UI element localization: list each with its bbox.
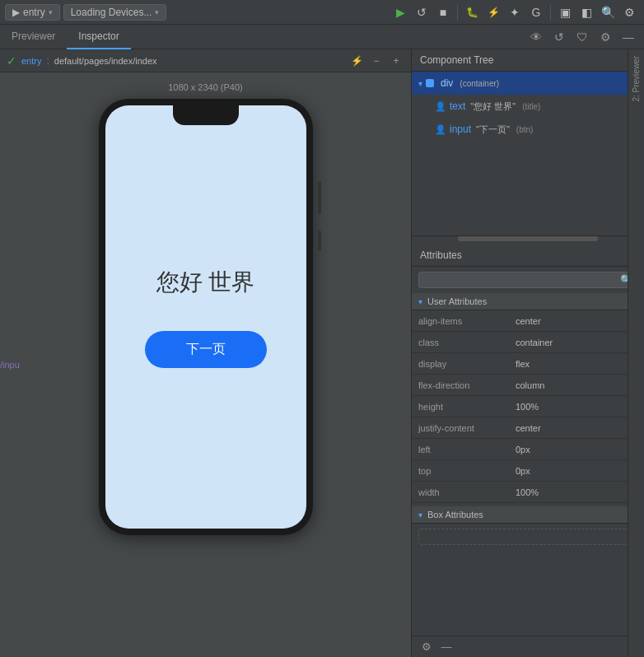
- attr-value-left: 0px: [511, 445, 644, 454]
- run-button[interactable]: ▶: [390, 2, 410, 22]
- tree-expand-icon: ▾: [418, 79, 422, 88]
- left-gutter: /inpu: [0, 359, 20, 370]
- phone-screen: 您好 世界 下一页: [105, 105, 306, 529]
- attr-value-class: container: [511, 338, 644, 347]
- breadcrumb-path: default/pages/index/index: [54, 56, 157, 66]
- sidebar-button[interactable]: ◧: [576, 2, 596, 22]
- attr-val-top-text: 0px: [516, 466, 530, 476]
- attr-key-class: class: [412, 338, 511, 347]
- profile-button[interactable]: ⚡: [483, 2, 503, 22]
- attr-value-align-items[interactable]: center ▾: [511, 316, 644, 326]
- tree-item-type-div: div: [441, 77, 453, 89]
- attributes-header: Attributes ▾: [412, 245, 644, 267]
- attr-val-height-text: 100%: [516, 402, 539, 412]
- search-toolbar-button[interactable]: 🔍: [598, 2, 618, 22]
- toolbar-separator2: [550, 5, 551, 20]
- loading-devices-selector[interactable]: Loading Devices... ▾: [63, 4, 167, 21]
- attr-value-justify-content[interactable]: center ▾: [511, 423, 644, 433]
- attr-val-flex-direction-text: column: [516, 380, 544, 390]
- tree-item-type-text: text: [450, 100, 465, 112]
- phone-mockup: 您好 世界 下一页: [99, 99, 313, 535]
- phone-next-btn[interactable]: 下一页: [145, 331, 267, 368]
- volume-button: [318, 181, 321, 214]
- window-button[interactable]: ▣: [555, 2, 575, 22]
- component-tree-area: ▾ div (container) 👤 text "您好 世界" (title)…: [412, 72, 644, 236]
- toolbar-actions: ▶ ↺ ■ 🐛 ⚡ ✦ G ▣ ◧ 🔍 ⚙: [390, 2, 639, 22]
- device-label: 1080 x 2340 (P40): [168, 82, 243, 92]
- user-attributes-section[interactable]: ▾ User Attributes: [412, 293, 644, 310]
- power-button: [318, 231, 321, 251]
- right-side-strip: 2: Previewer: [628, 49, 644, 657]
- tree-item-name-text: "您好 世界": [470, 100, 516, 113]
- attr-key-align-items: align-items: [412, 316, 511, 326]
- tree-person-icon-input: 👤: [435, 124, 446, 135]
- attr-row-align-items: align-items center ▾: [412, 310, 644, 332]
- attr-value-display[interactable]: flex ▾: [511, 359, 644, 369]
- tab-previewer[interactable]: Previewer: [0, 25, 67, 49]
- debug-button[interactable]: 🐛: [462, 2, 482, 22]
- tab-inspector[interactable]: Inspector: [67, 25, 130, 49]
- breadcrumb-separator: :: [46, 55, 49, 67]
- main-layout: ✓ entry : default/pages/index/index ⚡ − …: [0, 49, 644, 657]
- loading-devices-label: Loading Devices...: [71, 7, 152, 18]
- toolbar-separator: [457, 5, 458, 20]
- tree-person-icon-text: 👤: [435, 101, 446, 112]
- attr-value-top: 0px: [511, 466, 644, 476]
- tree-item-div[interactable]: ▾ div (container): [412, 72, 644, 95]
- attr-row-class: class container: [412, 332, 644, 353]
- wireless-debug-icon[interactable]: ⚡: [348, 53, 365, 69]
- attr-row-flex-direction: flex-direction column ▾: [412, 375, 644, 396]
- box-attributes-section[interactable]: ▾ Box Attributes: [412, 506, 644, 524]
- entry-selector[interactable]: ▶ entry ▾: [5, 4, 60, 21]
- attr-val-display-text: flex: [516, 359, 530, 369]
- stop-button[interactable]: ■: [433, 2, 453, 22]
- preview-area: 1080 x 2340 (P40) /inpu 您好 世界 下一页: [0, 72, 411, 657]
- zoom-out-icon[interactable]: −: [368, 53, 385, 69]
- bottom-gear-icon[interactable]: ⚙: [418, 639, 435, 655]
- attr-key-height: height: [412, 402, 511, 412]
- attr-row-left: left 0px: [412, 439, 644, 460]
- zoom-in-icon[interactable]: +: [388, 53, 404, 69]
- tab-inspector-label: Inspector: [78, 30, 119, 42]
- settings-toolbar-button[interactable]: ⚙: [619, 2, 639, 22]
- attributes-search-input[interactable]: [418, 272, 637, 288]
- attr-key-flex-direction: flex-direction: [412, 380, 511, 390]
- attr-value-width: 100%: [511, 487, 644, 497]
- attr-val-width-text: 100%: [516, 487, 539, 497]
- bottom-minus-icon[interactable]: —: [438, 639, 455, 655]
- tree-item-tag-div: (container): [460, 79, 499, 88]
- attr-row-display: display flex ▾: [412, 353, 644, 375]
- user-attr-title: User Attributes: [427, 296, 487, 306]
- close-tab-icon[interactable]: —: [619, 28, 637, 46]
- component-tree-header: Component Tree ▾: [412, 49, 644, 72]
- phone-hello-text: 您好 世界: [156, 267, 255, 298]
- tabbar-right: 👁 ↺ 🛡 ⚙ —: [527, 28, 644, 46]
- tree-item-tag-text: (title): [522, 102, 540, 111]
- refresh-icon[interactable]: ↺: [550, 28, 568, 46]
- box-attr-placeholder: [418, 529, 637, 545]
- plugin-button[interactable]: ✦: [505, 2, 525, 22]
- attr-val-align-items-text: center: [516, 316, 541, 326]
- reload-button[interactable]: ↺: [412, 2, 432, 22]
- attr-row-top: top 0px: [412, 460, 644, 482]
- gear-tab-icon[interactable]: ⚙: [596, 28, 614, 46]
- attr-val-justify-content-text: center: [516, 423, 541, 433]
- component-tree-title: Component Tree: [420, 54, 493, 66]
- tree-item-input[interactable]: 👤 input "下一页" (btn): [412, 118, 644, 141]
- tree-item-text[interactable]: 👤 text "您好 世界" (title): [412, 95, 644, 118]
- phone-notch: [173, 105, 239, 125]
- attr-key-display: display: [412, 359, 511, 369]
- breadcrumb-right: ⚡ − +: [348, 53, 404, 69]
- breadcrumb: ✓ entry : default/pages/index/index ⚡ − …: [0, 49, 411, 72]
- main-toolbar: ▶ entry ▾ Loading Devices... ▾ ▶ ↺ ■ 🐛 ⚡…: [0, 0, 644, 25]
- tree-scrollbar[interactable]: [458, 236, 597, 241]
- shield-icon[interactable]: 🛡: [573, 28, 591, 46]
- user-attr-arrow: ▾: [418, 297, 422, 306]
- entry-dropdown-arrow: ▾: [49, 8, 53, 16]
- attr-value-flex-direction[interactable]: column ▾: [511, 380, 644, 390]
- attr-key-top: top: [412, 466, 511, 476]
- breadcrumb-entry: entry: [21, 56, 41, 66]
- gradle-button[interactable]: G: [526, 2, 546, 22]
- eye-icon[interactable]: 👁: [527, 28, 545, 46]
- attr-row-width: width 100%: [412, 482, 644, 503]
